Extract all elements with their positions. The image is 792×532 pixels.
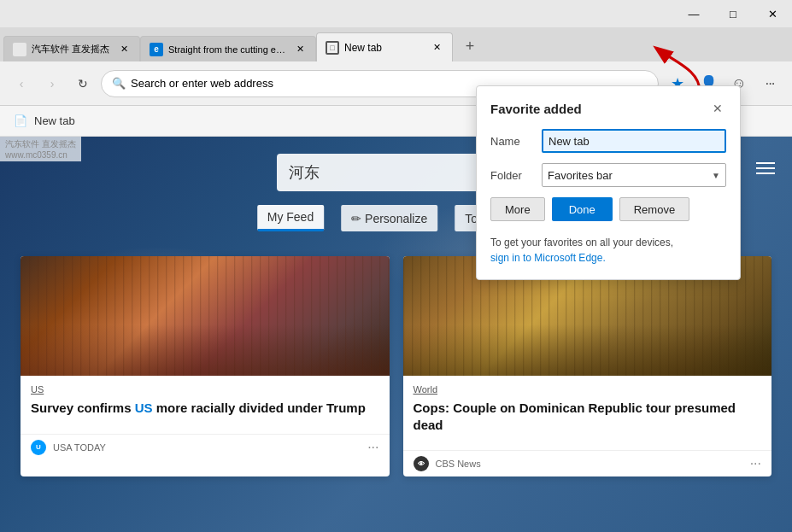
news-grid: US Survey confirms US more racially divi… bbox=[0, 256, 792, 476]
news-card-1-avatar: U bbox=[31, 440, 46, 455]
news-card-2-avatar: 👁 bbox=[414, 456, 429, 471]
news-card-1[interactable]: US Survey confirms US more racially divi… bbox=[21, 256, 390, 476]
tab-favicon-site bbox=[13, 43, 26, 56]
tab-newtab[interactable]: □ New tab ✕ bbox=[316, 32, 453, 61]
maximize-button[interactable]: □ bbox=[713, 0, 753, 27]
news-card-1-source: USA TODAY bbox=[53, 442, 361, 453]
tab-label-newtab: New tab bbox=[344, 42, 382, 54]
new-tab-button[interactable]: + bbox=[456, 32, 484, 60]
titlebar-controls: — □ ✕ bbox=[674, 0, 792, 27]
news-card-1-image bbox=[21, 256, 390, 376]
popup-folder-arrow: ▼ bbox=[712, 171, 720, 180]
search-icon: 🔍 bbox=[112, 77, 126, 90]
news-card-1-more[interactable]: ··· bbox=[367, 440, 378, 455]
tab-my-feed-label: My Feed bbox=[267, 210, 314, 224]
tab-my-feed[interactable]: My Feed bbox=[257, 205, 324, 231]
news-card-1-category: US bbox=[31, 384, 379, 395]
tabbar: 汽车软件 直发摇杰 ✕ e Straight from the cutting … bbox=[0, 27, 792, 61]
close-button[interactable]: ✕ bbox=[753, 0, 792, 27]
popup-footer: To get your favorites on all your device… bbox=[490, 235, 726, 266]
forward-button[interactable]: › bbox=[39, 71, 65, 96]
news-card-2-source: CBS News bbox=[436, 459, 743, 469]
hamburger-line-1 bbox=[756, 162, 775, 164]
news-card-2-title: Cops: Couple on Dominican Republic tour … bbox=[414, 400, 762, 433]
news-title-highlight: US bbox=[135, 400, 153, 415]
news-card-2[interactable]: World Cops: Couple on Dominican Republic… bbox=[403, 256, 772, 476]
news-card-2-footer: 👁 CBS News ··· bbox=[403, 450, 772, 476]
news-card-1-body: US Survey confirms US more racially divi… bbox=[21, 376, 390, 434]
tab-close-newtab[interactable]: ✕ bbox=[430, 41, 443, 55]
popup-actions: More Done Remove bbox=[490, 197, 726, 221]
popup-header: Favorite added ✕ bbox=[490, 100, 726, 117]
tab-favicon-edge: e bbox=[150, 43, 163, 56]
news-card-1-footer: U USA TODAY ··· bbox=[21, 434, 390, 460]
refresh-button[interactable]: ↻ bbox=[70, 71, 96, 96]
newtab-page-label: New tab bbox=[34, 114, 75, 127]
tab-favicon-newtab: □ bbox=[326, 41, 339, 55]
popup-folder-value: Favorites bar bbox=[548, 169, 613, 182]
tab-label-edge: Straight from the cutting edge bbox=[168, 44, 288, 55]
popup-name-label: Name bbox=[490, 135, 533, 148]
remove-button[interactable]: Remove bbox=[619, 197, 689, 221]
popup-footer-text: To get your favorites on all your device… bbox=[490, 237, 673, 248]
tab-label-site: 汽车软件 直发摇杰 bbox=[32, 43, 109, 56]
tab-personalize[interactable]: ✏ Personalize bbox=[341, 205, 437, 231]
tab-personalize-label: ✏ Personalize bbox=[351, 212, 427, 225]
hamburger-line-2 bbox=[756, 167, 775, 169]
more-button[interactable]: More bbox=[490, 197, 545, 221]
popup-name-input[interactable] bbox=[542, 129, 726, 153]
popup-footer-link[interactable]: sign in to Microsoft Edge. bbox=[490, 252, 606, 264]
minimize-button[interactable]: — bbox=[674, 0, 713, 27]
tab-site[interactable]: 汽车软件 直发摇杰 ✕ bbox=[3, 36, 140, 61]
titlebar: — □ ✕ bbox=[0, 0, 792, 27]
popup-folder-label: Folder bbox=[490, 169, 533, 182]
favorites-popup: Favorite added ✕ Name Folder Favorites b… bbox=[476, 85, 741, 280]
popup-folder-row: Folder Favorites bar ▼ bbox=[490, 163, 726, 187]
watermark: 汽东软件 直发摇杰www.mc0359.cn bbox=[0, 137, 81, 161]
popup-title: Favorite added bbox=[490, 102, 582, 116]
tab-edge[interactable]: e Straight from the cutting edge ✕ bbox=[140, 36, 316, 61]
tab-close-edge[interactable]: ✕ bbox=[293, 43, 307, 56]
popup-close-button[interactable]: ✕ bbox=[709, 100, 726, 117]
settings-more-button[interactable]: ··· bbox=[756, 70, 783, 97]
back-button[interactable]: ‹ bbox=[9, 71, 34, 96]
news-card-2-body: World Cops: Couple on Dominican Republic… bbox=[403, 376, 772, 450]
newtab-page-icon: 📄 bbox=[14, 114, 27, 127]
search-text: 河东 bbox=[289, 162, 320, 183]
hamburger-menu[interactable] bbox=[756, 162, 775, 174]
news-card-2-category: World bbox=[414, 384, 762, 395]
popup-name-row: Name bbox=[490, 129, 726, 153]
news-card-1-title: Survey confirms US more racially divided… bbox=[31, 400, 379, 417]
popup-folder-select[interactable]: Favorites bar ▼ bbox=[542, 163, 726, 187]
done-button[interactable]: Done bbox=[552, 197, 613, 221]
tab-close-site[interactable]: ✕ bbox=[117, 43, 131, 56]
news-card-2-more[interactable]: ··· bbox=[750, 456, 761, 471]
hamburger-line-3 bbox=[756, 172, 775, 174]
